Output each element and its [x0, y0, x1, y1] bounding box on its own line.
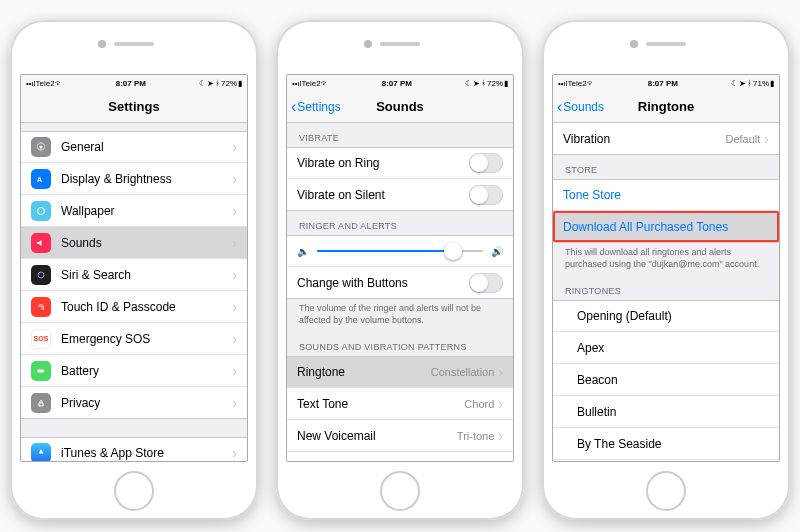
- signal-icon: ••ıl: [558, 79, 568, 88]
- row-ringtone-item[interactable]: Apex: [553, 332, 779, 364]
- row-label: Ringtone: [297, 365, 431, 379]
- settings-list[interactable]: General› ADisplay & Brightness› Wallpape…: [21, 123, 247, 461]
- row-itunes[interactable]: iTunes & App Store›: [21, 437, 247, 461]
- row-label: Opening (Default): [563, 309, 769, 323]
- switch-vibrate-ring[interactable]: [469, 153, 503, 173]
- row-display[interactable]: ADisplay & Brightness›: [21, 163, 247, 195]
- sos-icon: SOS: [31, 329, 51, 349]
- row-ringtone-item[interactable]: Chimes: [553, 460, 779, 461]
- row-sos[interactable]: SOSEmergency SOS›: [21, 323, 247, 355]
- row-label: Wallpaper: [61, 204, 232, 218]
- phone-settings: ••ıl Tele2 ᯤ 8:07 PM ☾ ➤ ᚼ 72% ▮ Setting…: [10, 20, 258, 520]
- row-ringtone-item[interactable]: Beacon: [553, 364, 779, 396]
- nav-title: Settings: [21, 99, 247, 114]
- section-header-ringtones: RINGTONES: [553, 276, 779, 300]
- chevron-icon: ›: [232, 395, 237, 411]
- chevron-icon: ›: [498, 428, 503, 444]
- row-label: Beacon: [563, 373, 769, 387]
- row-label: Sounds: [61, 236, 232, 250]
- row-ringtone[interactable]: RingtoneConstellation›: [287, 356, 513, 388]
- row-value: Chord: [464, 398, 494, 410]
- row-vibrate-silent[interactable]: Vibrate on Silent: [287, 179, 513, 211]
- row-label: Vibration: [563, 132, 725, 146]
- row-ringtone-item[interactable]: Bulletin: [553, 396, 779, 428]
- svg-rect-4: [38, 369, 44, 372]
- row-general[interactable]: General›: [21, 131, 247, 163]
- back-label: Sounds: [563, 100, 604, 114]
- row-wallpaper[interactable]: Wallpaper›: [21, 195, 247, 227]
- dnd-icon: ☾: [465, 79, 472, 88]
- battery-icon: ▮: [770, 79, 774, 88]
- status-bar: ••ıl Tele2 ᯤ 8:07 PM ☾ ➤ ᚼ 71% ▮: [553, 75, 779, 91]
- chevron-icon: ›: [232, 139, 237, 155]
- row-new-voicemail[interactable]: New VoicemailTri-tone›: [287, 420, 513, 452]
- svg-point-0: [40, 146, 43, 149]
- gear-icon: [31, 137, 51, 157]
- row-ringtone-item[interactable]: Opening (Default): [553, 300, 779, 332]
- status-time: 8:07 PM: [63, 79, 199, 88]
- switch-vibrate-silent[interactable]: [469, 185, 503, 205]
- row-change-buttons[interactable]: Change with Buttons: [287, 267, 513, 299]
- section-header-ringer: RINGER AND ALERTS: [287, 211, 513, 235]
- back-button[interactable]: ‹Settings: [287, 98, 341, 116]
- row-label: Emergency SOS: [61, 332, 232, 346]
- row-privacy[interactable]: Privacy›: [21, 387, 247, 419]
- home-button[interactable]: [646, 471, 686, 511]
- volume-high-icon: 🔊: [491, 246, 503, 257]
- row-label: Siri & Search: [61, 268, 232, 282]
- dnd-icon: ☾: [199, 79, 206, 88]
- wallpaper-icon: [31, 201, 51, 221]
- row-sounds[interactable]: Sounds›: [21, 227, 247, 259]
- back-button[interactable]: ‹Sounds: [553, 98, 604, 116]
- carrier: Tele2: [302, 79, 321, 88]
- battery-pct: 72%: [221, 79, 237, 88]
- chevron-left-icon: ‹: [557, 98, 562, 116]
- row-new-mail[interactable]: New MailDing›: [287, 452, 513, 461]
- chevron-left-icon: ‹: [291, 98, 296, 116]
- privacy-icon: [31, 393, 51, 413]
- switch-change-buttons[interactable]: [469, 273, 503, 293]
- status-bar: ••ıl Tele2 ᯤ 8:07 PM ☾ ➤ ᚼ 72% ▮: [287, 75, 513, 91]
- row-vibrate-ring[interactable]: Vibrate on Ring: [287, 147, 513, 179]
- row-label: Battery: [61, 364, 232, 378]
- chevron-icon: ›: [498, 460, 503, 461]
- row-label: Vibrate on Silent: [297, 188, 469, 202]
- volume-slider[interactable]: [317, 250, 483, 252]
- chevron-icon: ›: [232, 171, 237, 187]
- row-value: Tri-tone: [457, 430, 495, 442]
- row-label: Vibrate on Ring: [297, 156, 469, 170]
- row-battery[interactable]: Battery›: [21, 355, 247, 387]
- row-label: iTunes & App Store: [61, 446, 232, 460]
- row-download-all[interactable]: Download All Purchased Tones: [553, 211, 779, 243]
- nav-bar: ‹Sounds Ringtone: [553, 91, 779, 123]
- bluetooth-icon: ᚼ: [215, 79, 220, 88]
- sounds-list[interactable]: VIBRATE Vibrate on Ring Vibrate on Silen…: [287, 123, 513, 461]
- chevron-icon: ›: [232, 363, 237, 379]
- row-siri[interactable]: Siri & Search›: [21, 259, 247, 291]
- battery-icon: [31, 361, 51, 381]
- row-label: Text Tone: [297, 397, 464, 411]
- sounds-icon: [31, 233, 51, 253]
- siri-icon: [31, 265, 51, 285]
- svg-text:A: A: [37, 176, 42, 183]
- display-icon: A: [31, 169, 51, 189]
- row-label: Touch ID & Passcode: [61, 300, 232, 314]
- dnd-icon: ☾: [731, 79, 738, 88]
- home-button[interactable]: [114, 471, 154, 511]
- row-tone-store[interactable]: Tone Store: [553, 179, 779, 211]
- svg-point-2: [38, 207, 45, 214]
- wifi-icon: ᯤ: [55, 79, 63, 88]
- row-ringtone-item[interactable]: By The Seaside: [553, 428, 779, 460]
- row-touchid[interactable]: Touch ID & Passcode›: [21, 291, 247, 323]
- row-vibration[interactable]: VibrationDefault›: [553, 123, 779, 155]
- carrier: Tele2: [568, 79, 587, 88]
- phone-sounds: ••ıl Tele2 ᯤ 8:07 PM ☾ ➤ ᚼ 72% ▮ ‹Settin…: [276, 20, 524, 520]
- nav-bar: ‹Settings Sounds: [287, 91, 513, 123]
- wifi-icon: ᯤ: [321, 79, 329, 88]
- row-text-tone[interactable]: Text ToneChord›: [287, 388, 513, 420]
- row-volume-slider[interactable]: 🔈 🔊: [287, 235, 513, 267]
- svg-rect-5: [44, 370, 45, 371]
- ringtone-list[interactable]: VibrationDefault› STORE Tone Store Downl…: [553, 123, 779, 461]
- home-button[interactable]: [380, 471, 420, 511]
- location-icon: ➤: [473, 79, 480, 88]
